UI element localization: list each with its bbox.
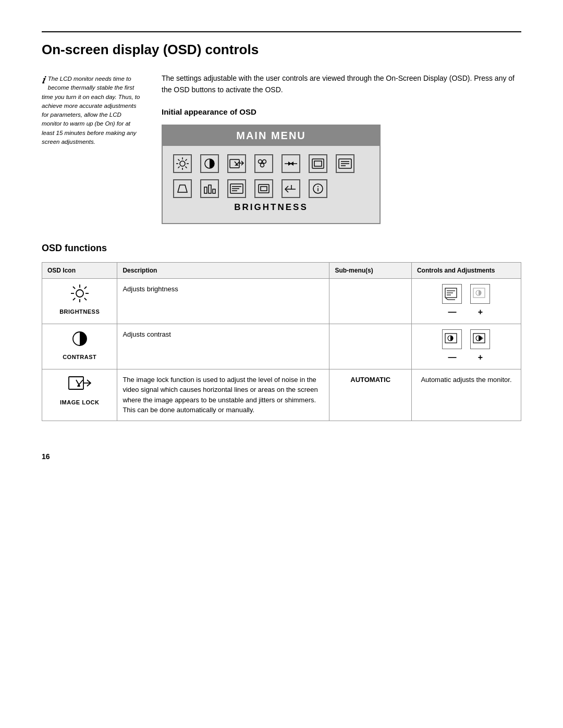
- contrast-submenu-cell: [329, 324, 412, 369]
- svg-line-8: [178, 166, 180, 168]
- contrast-desc-cell: Adjusts contrast: [117, 324, 329, 369]
- imagelock-desc-cell: The image lock function is used to adjus…: [117, 369, 329, 421]
- brightness-plus-icon-box: [470, 284, 490, 304]
- imagelock-submenu-text: AUTOMATIC: [350, 376, 390, 384]
- col-header-submenu: Sub-menu(s): [329, 262, 412, 278]
- contrast-controls-cell: —: [411, 324, 521, 369]
- brightness-minus-icon-box: [442, 284, 462, 304]
- contrast-label: CONTRAST: [47, 353, 112, 362]
- page-title: On-screen display (OSD) controls: [42, 42, 521, 58]
- brightness-desc-cell: Adjusts brightness: [117, 278, 329, 324]
- imagelock-description: The image lock function is used to adjus…: [123, 376, 317, 414]
- osd-exit-icon: [282, 179, 300, 198]
- osd-functions-title: OSD functions: [42, 243, 521, 254]
- brightness-ctrl-row: — +: [417, 284, 516, 318]
- osd-keystone-icon: [173, 179, 192, 198]
- svg-line-42: [73, 287, 75, 289]
- brightness-icon-cell: BRIGHTNESS: [42, 278, 117, 324]
- osd-icons-area: BRIGHTNESS: [163, 146, 380, 223]
- svg-line-45: [73, 298, 75, 300]
- contrast-minus-icon-box: [442, 329, 462, 349]
- svg-marker-17: [290, 162, 293, 166]
- svg-line-6: [186, 166, 187, 168]
- brightness-description: Adjusts brightness: [123, 285, 178, 293]
- svg-rect-61: [69, 377, 83, 389]
- brightness-large-icon: [47, 284, 112, 305]
- imagelock-icon-cell: IMAGE LOCK: [42, 369, 117, 421]
- svg-rect-31: [259, 184, 269, 193]
- imagelock-submenu-cell: AUTOMATIC: [329, 369, 412, 421]
- svg-point-0: [180, 161, 185, 166]
- imagelock-controls-text: Automatic adjusts the monitor.: [421, 376, 511, 384]
- note-icon: 𝑖: [42, 73, 45, 88]
- brightness-minus-block: —: [442, 284, 462, 318]
- contrast-plus-icon-box: [470, 329, 490, 349]
- page-number: 16: [42, 452, 521, 461]
- side-note: 𝑖 The LCD monitor needs time to become t…: [42, 72, 141, 224]
- svg-line-5: [178, 159, 180, 161]
- contrast-ctrl-row: —: [417, 329, 516, 364]
- col-header-controls: Controls and Adjustments: [411, 262, 521, 278]
- col-header-desc: Description: [117, 262, 329, 278]
- contrast-large-icon: [47, 329, 112, 351]
- svg-point-13: [261, 163, 264, 167]
- table-row: IMAGE LOCK The image lock function is us…: [42, 369, 521, 421]
- intro-section: 𝑖 The LCD monitor needs time to become t…: [42, 72, 521, 224]
- svg-rect-26: [213, 189, 215, 193]
- initial-appearance-title: Initial appearance of OSD: [162, 107, 521, 116]
- osd-brightness-icon: [173, 154, 192, 173]
- contrast-minus-symbol: —: [448, 351, 456, 364]
- osd-brightness-label: BRIGHTNESS: [173, 198, 369, 218]
- osd-refresh-icon: [254, 179, 273, 198]
- osd-menupos-icon: [336, 154, 354, 173]
- contrast-minus-block: —: [442, 329, 462, 364]
- osd-color-icon: [254, 154, 273, 173]
- osd-imagelock-icon: [227, 154, 246, 173]
- contrast-icon-cell: CONTRAST: [42, 324, 117, 369]
- brightness-label: BRIGHTNESS: [47, 307, 112, 316]
- imagelock-label: IMAGE LOCK: [47, 398, 112, 407]
- osd-main-menu-box: MAIN MENU: [162, 125, 381, 224]
- col-header-icon: OSD Icon: [42, 262, 117, 278]
- svg-line-7: [186, 159, 187, 161]
- osd-functions-table: OSD Icon Description Sub-menu(s) Control…: [42, 262, 521, 421]
- section-rule: [42, 31, 521, 32]
- svg-point-37: [76, 290, 83, 297]
- brightness-controls-cell: — +: [411, 278, 521, 324]
- osd-barchart-icon: [200, 179, 219, 198]
- osd-language-icon: [227, 179, 246, 198]
- svg-line-44: [84, 287, 87, 289]
- osd-hposition-icon: [282, 154, 300, 173]
- svg-rect-19: [314, 161, 322, 166]
- osd-contrast-icon: [200, 154, 219, 173]
- svg-rect-24: [204, 187, 207, 193]
- osd-title-bar: MAIN MENU: [163, 126, 380, 146]
- osd-icons-row-1: [173, 154, 369, 173]
- intro-text: The settings adjustable with the user co…: [162, 72, 521, 96]
- brightness-plus-symbol: +: [478, 306, 483, 318]
- side-note-text: The LCD monitor needs time to become the…: [42, 76, 140, 145]
- intro-right: The settings adjustable with the user co…: [162, 72, 521, 224]
- svg-line-43: [84, 298, 87, 300]
- osd-info-icon: [309, 179, 327, 198]
- svg-rect-25: [209, 185, 211, 193]
- brightness-submenu-cell: [329, 278, 412, 324]
- imagelock-large-icon: [47, 375, 112, 396]
- table-row: CONTRAST Adjusts contrast: [42, 324, 521, 369]
- contrast-plus-block: +: [470, 329, 490, 364]
- brightness-minus-symbol: —: [448, 306, 456, 318]
- osd-icons-row-2: [173, 179, 369, 198]
- table-row: BRIGHTNESS Adjusts brightness: [42, 278, 521, 324]
- svg-line-47: [446, 298, 448, 300]
- contrast-plus-symbol: +: [478, 351, 483, 364]
- svg-point-36: [317, 186, 319, 187]
- osd-functions-section: OSD functions OSD Icon Description Sub-m…: [42, 243, 521, 421]
- table-header-row: OSD Icon Description Sub-menu(s) Control…: [42, 262, 521, 278]
- svg-point-11: [259, 159, 262, 163]
- svg-rect-32: [261, 187, 267, 191]
- imagelock-controls-cell: Automatic adjusts the monitor.: [411, 369, 521, 421]
- osd-screensize-icon: [309, 154, 327, 173]
- svg-point-12: [263, 159, 266, 163]
- brightness-plus-block: +: [470, 284, 490, 318]
- contrast-description: Adjusts contrast: [123, 330, 171, 338]
